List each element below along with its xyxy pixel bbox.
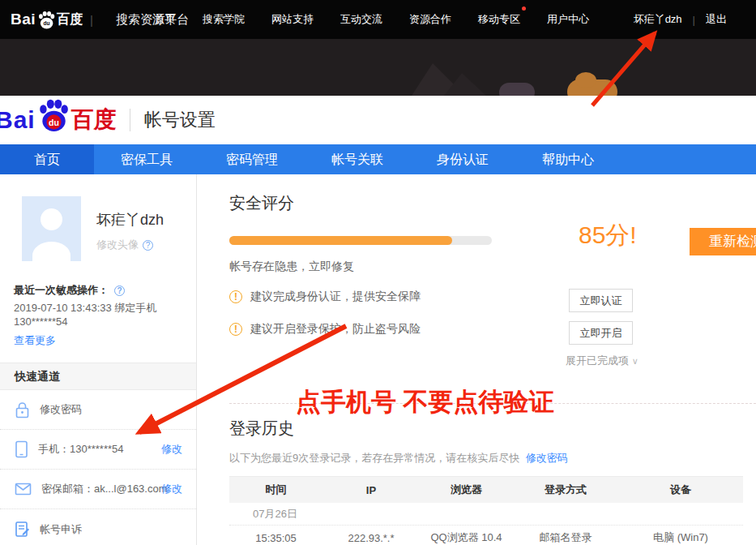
logo-divider: | (90, 13, 93, 27)
quick-channel-title: 快速通道 (0, 363, 196, 390)
last-sensitive-op-label: 最近一次敏感操作： (14, 283, 125, 298)
date-group-label: 07月26日 (229, 507, 297, 521)
sidebar-item-change-password[interactable]: 修改密码 (0, 390, 196, 430)
banner-mountain-shape (444, 73, 486, 96)
security-progress-fill (229, 236, 452, 245)
username-link[interactable]: 坏疟丫dzh (634, 12, 682, 27)
help-question-icon[interactable] (143, 240, 153, 251)
logout-link[interactable]: 退出 (706, 12, 727, 27)
table-row: 15:35:05 222.93.*.* QQ浏览器 10.4 邮箱名登录 电脑 … (229, 526, 743, 545)
cell-ip: 222.93.*.* (322, 532, 420, 544)
cell-device: 电脑 (Win7) (618, 530, 743, 545)
top-nav-interaction[interactable]: 互动交流 (340, 12, 382, 27)
change-password-link[interactable]: 修改密码 (526, 452, 568, 464)
avatar[interactable] (22, 196, 81, 261)
login-history-table: 时间 IP 浏览器 登录方式 设备 07月26日 15:35:05 222.93… (229, 476, 743, 545)
column-header-ip: IP (322, 484, 420, 496)
table-date-group-row: 07月26日 (229, 503, 743, 526)
page-header: Bai du 百度 帐号设置 (0, 96, 756, 144)
expand-completed-link[interactable]: 展开已完成项 (566, 354, 639, 368)
account-appeal-label: 帐号申诉 (40, 522, 82, 537)
warning-icon (229, 323, 242, 336)
header-divider (130, 109, 130, 131)
lock-icon (15, 401, 30, 418)
edit-avatar-label: 修改头像 (96, 238, 139, 252)
tab-account-link[interactable]: 帐号关联 (305, 144, 410, 174)
avatar-silhouette (32, 242, 70, 261)
avatar-silhouette (41, 208, 62, 230)
logo-text-bai: Bai (0, 106, 36, 134)
chevron-down-icon (632, 354, 639, 367)
column-header-device: 设备 (618, 483, 743, 497)
sidebar-item-phone[interactable]: 手机：130******54 修改 (0, 430, 196, 470)
sidebar-item-security-email[interactable]: 密保邮箱：ak...l@163.com 修改 (0, 470, 196, 509)
login-history-title: 登录历史 (229, 418, 294, 440)
last-op-datetime: 2019-07-10 13:43:33 绑定手机 (14, 301, 184, 315)
baidu-paw-icon: du (36, 98, 70, 132)
tab-home[interactable]: 首页 (0, 144, 94, 174)
column-header-time: 时间 (229, 483, 322, 497)
security-progress-bar (229, 236, 492, 245)
top-bar-account-area: 坏疟丫dzh | 退出 (634, 0, 727, 39)
last-sensitive-op-detail: 2019-07-10 13:43:33 绑定手机 130******54 (14, 301, 184, 328)
sidebar: 坏疟丫dzh 修改头像 最近一次敏感操作： 2019-07-10 13:43:3… (0, 174, 197, 545)
logo-text-baidu-cn: 百度 (71, 105, 117, 135)
account-divider: | (693, 14, 695, 26)
help-question-icon[interactable] (114, 285, 125, 296)
login-history-subtitle-text: 以下为您最近9次登录记录，若存在异常情况，请在核实后尽快 (229, 452, 519, 464)
top-bar: Bai du 百度 | 搜索资源平台 首页 搜索学院 网站支持 互动交流 资源合… (0, 0, 756, 39)
banner-cloud-shape (499, 83, 535, 96)
warning-identity-text: 建议完成身份认证，提供安全保障 (250, 290, 421, 304)
view-more-link[interactable]: 查看更多 (14, 333, 56, 348)
banner-cloud-shape (567, 79, 617, 96)
mail-icon (15, 483, 32, 496)
login-history-subtitle: 以下为您最近9次登录记录，若存在异常情况，请在核实后尽快 修改密码 (229, 451, 568, 466)
notification-dot (522, 6, 526, 11)
email-modify-link[interactable]: 修改 (161, 482, 182, 496)
top-nav: 首页 搜索学院 网站支持 互动交流 资源合作 移动专区 用户中心 (155, 0, 589, 39)
logo-text-bai: Bai (11, 11, 36, 28)
baidu-platform-logo[interactable]: Bai du 百度 | (11, 0, 93, 39)
top-nav-mobile-zone-label: 移动专区 (478, 13, 520, 25)
warning-icon (229, 290, 242, 303)
warning-login-protection: 建议开启登录保护，防止盗号风险 (229, 322, 421, 337)
verify-now-button[interactable]: 立即认证 (569, 289, 633, 312)
edit-avatar-link[interactable]: 修改头像 (96, 238, 153, 252)
top-nav-site-support[interactable]: 网站支持 (271, 12, 314, 27)
tab-security-tools[interactable]: 密保工具 (94, 144, 199, 174)
svg-text:du: du (49, 118, 59, 127)
phone-number-label: 手机：130******54 (38, 442, 124, 457)
warning-identity: 建议完成身份认证，提供安全保障 (229, 290, 421, 304)
risk-warning-text: 帐号存在隐患，立即修复 (229, 260, 354, 274)
phone-modify-link[interactable]: 修改 (161, 442, 182, 457)
phone-icon (15, 440, 28, 458)
top-nav-resource-coop[interactable]: 资源合作 (409, 12, 451, 27)
tab-help-center[interactable]: 帮助中心 (515, 144, 621, 174)
tab-identity-verification[interactable]: 身份认证 (410, 144, 515, 174)
document-appeal-icon (15, 521, 30, 538)
baidu-paw-icon: du (36, 11, 56, 30)
sidebar-item-account-appeal[interactable]: 帐号申诉 (0, 509, 196, 545)
warning-login-protection-text: 建议开启登录保护，防止盗号风险 (250, 322, 421, 337)
cell-browser: QQ浏览器 10.4 (420, 530, 513, 545)
tab-password-management[interactable]: 密码管理 (199, 144, 305, 174)
page-title: 帐号设置 (144, 108, 216, 132)
cell-time: 15:35:05 (229, 532, 322, 544)
top-nav-user-center[interactable]: 用户中心 (547, 12, 589, 27)
security-email-label: 密保邮箱：ak...l@163.com (41, 482, 168, 496)
top-nav-search-academy[interactable]: 搜索学院 (203, 12, 245, 27)
top-nav-mobile-zone[interactable]: 移动专区 (478, 12, 520, 27)
red-annotation-text: 点手机号 不要点待验证 (296, 385, 554, 419)
column-header-login-method: 登录方式 (513, 483, 618, 497)
baidu-logo[interactable]: Bai du 百度 (0, 105, 117, 135)
recheck-button[interactable]: 重新检测 (690, 228, 756, 255)
logo-text-baidu-cn: 百度 (57, 11, 83, 28)
top-nav-home[interactable]: 首页 (155, 12, 176, 27)
section-nav: 首页 密保工具 密码管理 帐号关联 身份认证 帮助中心 (0, 144, 756, 174)
security-score-title: 安全评分 (229, 192, 294, 214)
baidu-account-settings-page: Bai du 百度 | 搜索资源平台 首页 搜索学院 网站支持 互动交流 资源合… (0, 0, 756, 545)
cell-login-method: 邮箱名登录 (513, 530, 618, 545)
svg-text:du: du (44, 20, 50, 26)
enable-now-button[interactable]: 立即开启 (569, 321, 633, 345)
profile-username: 坏疟丫dzh (96, 210, 164, 230)
